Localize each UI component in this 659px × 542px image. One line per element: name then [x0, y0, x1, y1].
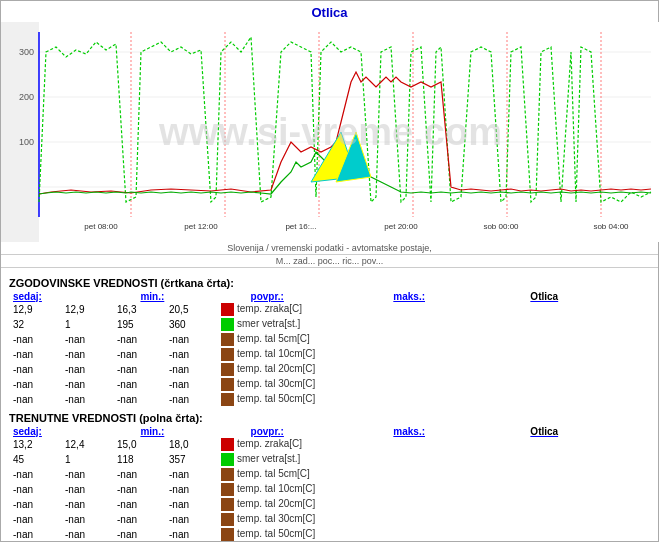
legend-desc: temp. tal 20cm[C] — [217, 362, 650, 377]
col-loc2: Otlica — [526, 425, 650, 437]
data-row: -nan -nan -nan -nan temp. tal 20cm[C] — [9, 497, 650, 512]
val-povpr: -nan — [113, 392, 165, 407]
val-sedaj: -nan — [9, 377, 61, 392]
section2-header: TRENUTNE VREDNOSTI (polna črta): — [9, 412, 650, 424]
val-maks: 20,5 — [165, 302, 217, 317]
val-sedaj: 32 — [9, 317, 61, 332]
legend-desc: temp. tal 30cm[C] — [217, 377, 650, 392]
col-maks2: maks.: — [389, 425, 526, 437]
val-min: -nan — [61, 527, 113, 542]
val-sedaj: -nan — [9, 362, 61, 377]
legend-desc: temp. tal 5cm[C] — [217, 467, 650, 482]
val-min: 1 — [61, 452, 113, 467]
val-povpr: -nan — [113, 512, 165, 527]
data-row: 45 1 118 357 smer vetra[st.] — [9, 452, 650, 467]
val-sedaj: -nan — [9, 332, 61, 347]
val-povpr: -nan — [113, 332, 165, 347]
val-maks: -nan — [165, 512, 217, 527]
val-maks: -nan — [165, 527, 217, 542]
val-povpr: -nan — [113, 497, 165, 512]
val-povpr: -nan — [113, 362, 165, 377]
svg-text:100: 100 — [19, 137, 34, 147]
data-row: -nan -nan -nan -nan temp. tal 5cm[C] — [9, 467, 650, 482]
data-row: 12,9 12,9 16,3 20,5 temp. zraka[C] — [9, 302, 650, 317]
data-row: -nan -nan -nan -nan temp. tal 10cm[C] — [9, 347, 650, 362]
chart-title: Otlica — [1, 1, 658, 22]
col-min1: min.: — [136, 290, 246, 302]
legend-desc: smer vetra[st.] — [217, 317, 650, 332]
val-povpr: 16,3 — [113, 302, 165, 317]
col-min2: min.: — [136, 425, 246, 437]
val-min: 12,9 — [61, 302, 113, 317]
col-maks1: maks.: — [389, 290, 526, 302]
data-row: -nan -nan -nan -nan temp. tal 50cm[C] — [9, 392, 650, 407]
val-maks: 357 — [165, 452, 217, 467]
svg-text:sob 04:00: sob 04:00 — [593, 222, 629, 231]
main-container: Otlica 300 200 100 p — [0, 0, 659, 542]
val-sedaj: 12,9 — [9, 302, 61, 317]
legend-desc: temp. tal 10cm[C] — [217, 482, 650, 497]
val-maks: -nan — [165, 377, 217, 392]
val-maks: 18,0 — [165, 437, 217, 452]
val-povpr: 15,0 — [113, 437, 165, 452]
col-sedaj1: sedaj: — [9, 290, 136, 302]
val-sedaj: -nan — [9, 467, 61, 482]
legend-desc: temp. tal 20cm[C] — [217, 497, 650, 512]
section2-col-headers: sedaj: min.: povpr.: maks.: Otlica — [9, 425, 650, 437]
val-sedaj: -nan — [9, 512, 61, 527]
val-min: -nan — [61, 377, 113, 392]
val-sedaj: 45 — [9, 452, 61, 467]
val-maks: -nan — [165, 467, 217, 482]
data-row: -nan -nan -nan -nan temp. tal 50cm[C] — [9, 527, 650, 542]
col-sedaj2: sedaj: — [9, 425, 136, 437]
svg-text:sob 00:00: sob 00:00 — [483, 222, 519, 231]
val-povpr: -nan — [113, 347, 165, 362]
legend-desc: temp. tal 50cm[C] — [217, 392, 650, 407]
val-povpr: -nan — [113, 377, 165, 392]
val-maks: -nan — [165, 362, 217, 377]
data-row: -nan -nan -nan -nan temp. tal 20cm[C] — [9, 362, 650, 377]
legend-desc: smer vetra[st.] — [217, 452, 650, 467]
val-min: -nan — [61, 347, 113, 362]
section2-table: sedaj: min.: povpr.: maks.: Otlica — [9, 425, 650, 437]
legend-desc: temp. tal 30cm[C] — [217, 512, 650, 527]
data-row: -nan -nan -nan -nan temp. tal 30cm[C] — [9, 377, 650, 392]
subtitle2: M... zad... poc... ric... pov... — [1, 255, 658, 268]
val-maks: -nan — [165, 497, 217, 512]
val-sedaj: 13,2 — [9, 437, 61, 452]
data-row: -nan -nan -nan -nan temp. tal 5cm[C] — [9, 332, 650, 347]
data-row: 32 1 195 360 smer vetra[st.] — [9, 317, 650, 332]
data-row: -nan -nan -nan -nan temp. tal 30cm[C] — [9, 512, 650, 527]
data-row: -nan -nan -nan -nan temp. tal 10cm[C] — [9, 482, 650, 497]
subtitle1: Slovenija / vremenski podatki - avtomats… — [1, 242, 658, 255]
val-min: -nan — [61, 362, 113, 377]
legend-desc: temp. zraka[C] — [217, 437, 650, 452]
svg-text:300: 300 — [19, 47, 34, 57]
val-min: -nan — [61, 467, 113, 482]
val-povpr: 118 — [113, 452, 165, 467]
val-sedaj: -nan — [9, 482, 61, 497]
val-maks: -nan — [165, 347, 217, 362]
val-sedaj: -nan — [9, 392, 61, 407]
svg-text:200: 200 — [19, 92, 34, 102]
val-min: -nan — [61, 482, 113, 497]
val-maks: -nan — [165, 482, 217, 497]
val-min: -nan — [61, 497, 113, 512]
legend-desc: temp. zraka[C] — [217, 302, 650, 317]
data-section: ZGODOVINSKE VREDNOSTI (črtkana črta): se… — [1, 268, 658, 542]
svg-text:pet 08:00: pet 08:00 — [84, 222, 118, 231]
val-sedaj: -nan — [9, 527, 61, 542]
val-min: 1 — [61, 317, 113, 332]
data-row: 13,2 12,4 15,0 18,0 temp. zraka[C] — [9, 437, 650, 452]
section1-col-headers: sedaj: min.: povpr.: maks.: Otlica — [9, 290, 650, 302]
chart-svg: 300 200 100 pet 08:00 pet 12:00 pet 16:.… — [1, 22, 659, 242]
val-min: -nan — [61, 392, 113, 407]
section2-rows: 13,2 12,4 15,0 18,0 temp. zraka[C] 45 1 … — [9, 437, 650, 542]
val-povpr: -nan — [113, 467, 165, 482]
val-min: 12,4 — [61, 437, 113, 452]
svg-rect-0 — [1, 22, 659, 242]
val-povpr: 195 — [113, 317, 165, 332]
legend-desc: temp. tal 10cm[C] — [217, 347, 650, 362]
legend-desc: temp. tal 5cm[C] — [217, 332, 650, 347]
legend-desc: temp. tal 50cm[C] — [217, 527, 650, 542]
